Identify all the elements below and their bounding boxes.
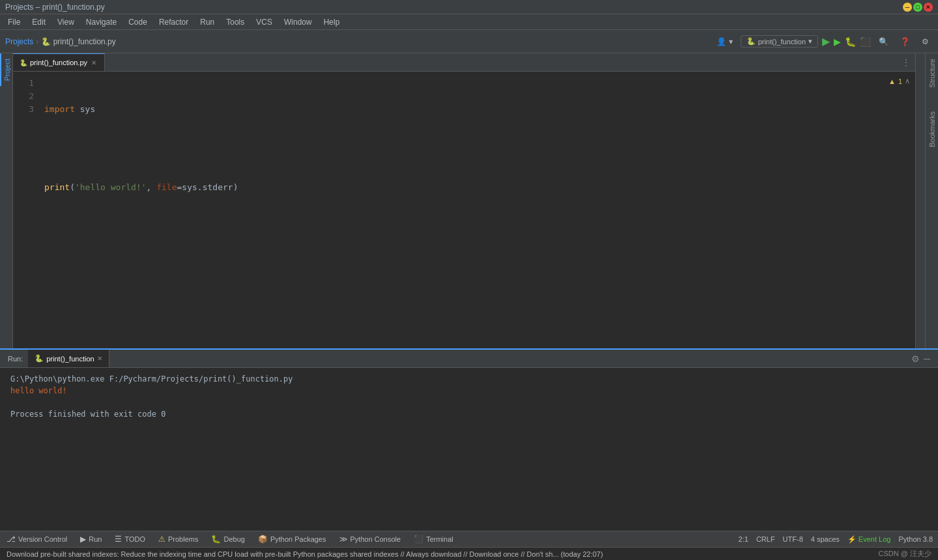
- run-status-label: Run: [89, 535, 102, 543]
- menu-window[interactable]: Window: [279, 16, 317, 28]
- status-encoding[interactable]: UTF-8: [783, 535, 803, 543]
- debug-status-icon: 🐛: [211, 535, 221, 544]
- run-button[interactable]: ▶: [822, 35, 830, 48]
- close-button[interactable]: ✕: [924, 3, 933, 12]
- status-python-console[interactable]: ≫ Python Console: [333, 531, 408, 547]
- tab-close-button[interactable]: ✕: [90, 59, 98, 67]
- code-editor[interactable]: 1 2 3 import sys print('hello world!', f…: [13, 72, 915, 348]
- run-config-dropdown[interactable]: 🐍 print()_function ▾: [741, 35, 818, 48]
- toolbar-right: 👤 ▾ 🐍 print()_function ▾ ▶ ▶ 🐛 ⬛ 🔍 ❓ ⚙: [713, 35, 933, 48]
- bottom-panel: Run: 🐍 print()_function ✕ ⚙ ─ G:\Python\…: [0, 348, 938, 531]
- tab-more-button[interactable]: ⋮: [897, 53, 915, 71]
- menu-view[interactable]: View: [52, 16, 79, 28]
- console-output: G:\Python\python.exe F:/Pycharm/Projects…: [0, 368, 938, 531]
- status-python-packages[interactable]: 📦 Python Packages: [251, 531, 333, 547]
- editor-tab-label: print()_function.py: [30, 59, 87, 66]
- editor-container: 🐍 print()_function.py ✕ ⋮ 1 2 3 import s…: [13, 53, 915, 348]
- status-right: 2:1 CRLF UTF-8 4 spaces ⚡ Event Log Pyth…: [739, 535, 938, 544]
- run-settings-button[interactable]: ⚙: [911, 354, 920, 364]
- line-num-2: 2: [13, 90, 34, 103]
- menu-help[interactable]: Help: [319, 16, 345, 28]
- play-icon: ▶: [822, 36, 830, 47]
- breadcrumb-projects[interactable]: Projects: [5, 37, 33, 46]
- menu-bar: File Edit View Navigate Code Refactor Ru…: [0, 14, 938, 30]
- terminal-icon: ⬛: [414, 535, 423, 544]
- code-line-2: [44, 142, 910, 155]
- breadcrumb-sep: ›: [36, 37, 38, 46]
- menu-edit[interactable]: Edit: [27, 16, 51, 28]
- status-terminal[interactable]: ⬛ Terminal: [407, 531, 460, 547]
- help-button[interactable]: ❓: [896, 35, 914, 48]
- console-line-process: Process finished with exit code 0: [10, 408, 928, 420]
- tab-file-icon: 🐍: [20, 59, 27, 66]
- status-run[interactable]: ▶ Run: [74, 531, 108, 547]
- todo-icon: ☰: [115, 535, 122, 544]
- sidebar-tab-project[interactable]: Project: [0, 53, 13, 86]
- toolbar: Projects › 🐍 print()_function.py 👤 ▾ 🐍 p…: [0, 30, 938, 53]
- notification-source: CSDN @ 汪夫少: [879, 549, 931, 559]
- status-bar: ⎇ Version Control ▶ Run ☰ TODO ⚠ Problem…: [0, 531, 938, 547]
- left-sidebar: Project: [0, 53, 13, 348]
- menu-file[interactable]: File: [3, 16, 25, 28]
- run-config-arrow: ▾: [808, 37, 812, 46]
- maximize-button[interactable]: □: [913, 3, 922, 12]
- status-python-version[interactable]: Python 3.8: [898, 535, 933, 543]
- sidebar-tab-bookmarks[interactable]: Bookmarks: [926, 106, 938, 152]
- debug-button[interactable]: 🐛: [845, 36, 856, 47]
- python-console-label: Python Console: [350, 535, 401, 543]
- run-tab-icon: 🐍: [35, 354, 44, 363]
- run-tab-active[interactable]: 🐍 print()_function ✕: [28, 350, 109, 367]
- python-console-icon: ≫: [339, 535, 348, 544]
- status-problems[interactable]: ⚠ Problems: [152, 531, 205, 547]
- todo-label: TODO: [124, 535, 145, 543]
- menu-code[interactable]: Code: [123, 16, 152, 28]
- minimize-button[interactable]: ─: [903, 3, 912, 12]
- warning-area: ▲ 1 ∧: [888, 77, 910, 85]
- code-line-3: print('hello world!', file=sys.stderr): [44, 181, 910, 194]
- menu-tools[interactable]: Tools: [221, 16, 249, 28]
- version-control-icon: ⎇: [7, 535, 16, 544]
- line-numbers: 1 2 3: [13, 72, 39, 348]
- run-minimize-button[interactable]: ─: [924, 354, 930, 364]
- stop-button[interactable]: ⬛: [860, 36, 871, 47]
- menu-run[interactable]: Run: [195, 16, 220, 28]
- title-bar: Projects – print()_function.py ─ □ ✕: [0, 0, 938, 14]
- console-line-path: G:\Python\python.exe F:/Pycharm/Projects…: [10, 373, 928, 385]
- problems-label: Problems: [168, 535, 198, 543]
- warning-nav-up[interactable]: ∧: [905, 77, 910, 85]
- status-position[interactable]: 2:1: [739, 535, 748, 543]
- main-area: Project 🐍 print()_function.py ✕ ⋮ 1 2 3: [0, 53, 938, 531]
- console-line-hello: hello world!: [10, 385, 928, 397]
- run-tab-close[interactable]: ✕: [97, 355, 102, 362]
- search-button[interactable]: 🔍: [875, 35, 892, 48]
- notification-text[interactable]: Download pre-built shared indexes: Reduc…: [7, 550, 871, 558]
- breadcrumb: Projects › 🐍 print()_function.py: [5, 37, 116, 46]
- event-log[interactable]: ⚡ Event Log: [847, 535, 891, 544]
- status-indent[interactable]: 4 spaces: [811, 535, 840, 543]
- coverage-icon: ▶: [834, 36, 841, 47]
- status-left: ⎇ Version Control ▶ Run ☰ TODO ⚠ Problem…: [0, 531, 460, 547]
- menu-vcs[interactable]: VCS: [251, 16, 277, 28]
- console-line-blank: [10, 397, 928, 408]
- menu-refactor[interactable]: Refactor: [154, 16, 193, 28]
- status-version-control[interactable]: ⎇ Version Control: [0, 531, 74, 547]
- status-line-ending[interactable]: CRLF: [756, 535, 775, 543]
- debug-status-label: Debug: [223, 535, 244, 543]
- account-button[interactable]: 👤 ▾: [713, 35, 736, 48]
- menu-navigate[interactable]: Navigate: [81, 16, 122, 28]
- status-todo[interactable]: ☰ TODO: [108, 531, 152, 547]
- window-controls: ─ □ ✕: [903, 3, 933, 12]
- code-content[interactable]: import sys print('hello world!', file=sy…: [39, 72, 915, 348]
- run-config-label: print()_function: [758, 38, 806, 46]
- code-line-1: import sys: [44, 103, 910, 116]
- problems-icon: ⚠: [158, 535, 165, 544]
- breadcrumb-file[interactable]: 🐍 print()_function.py: [41, 37, 115, 46]
- python-packages-label: Python Packages: [270, 535, 326, 543]
- settings-button[interactable]: ⚙: [918, 35, 933, 48]
- debug-icon: 🐛: [845, 36, 856, 47]
- status-debug[interactable]: 🐛 Debug: [205, 531, 251, 547]
- run-config-icon: 🐍: [746, 37, 756, 46]
- sidebar-tab-structure[interactable]: Structure: [926, 53, 938, 93]
- coverage-button[interactable]: ▶: [834, 36, 841, 47]
- editor-tab-active[interactable]: 🐍 print()_function.py ✕: [13, 53, 105, 71]
